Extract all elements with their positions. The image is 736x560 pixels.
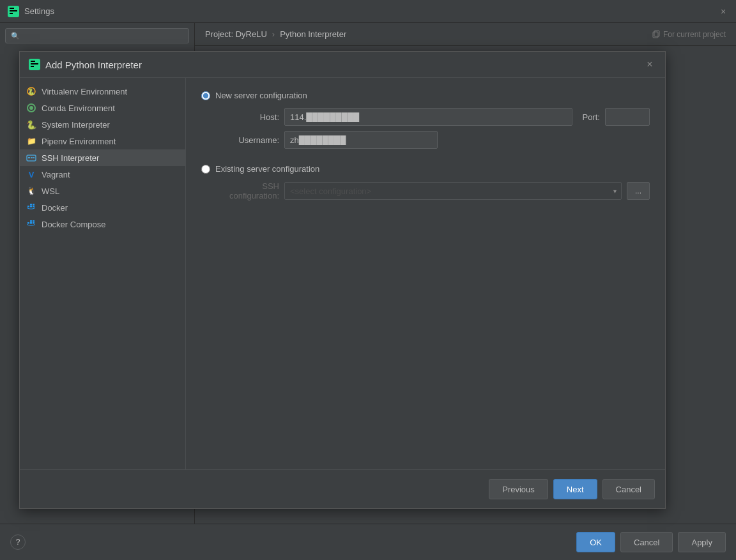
vagrant-icon: V (26, 169, 36, 179)
svg-point-13 (29, 106, 33, 110)
server-config-radio-group: New server configuration Host: Port: 22 … (201, 91, 650, 201)
title-bar: Settings × (0, 0, 736, 23)
existing-server-radio-label[interactable]: Existing server configuration (201, 164, 650, 174)
dialog-interpreter-list: 🐍 Virtualenv Environment Conda Environme… (20, 78, 186, 469)
settings-bottom-bar: ? OK Cancel Apply (0, 524, 736, 560)
vagrant-v-icon: V (29, 170, 34, 179)
new-server-form: Host: Port: 22 Username: (201, 108, 650, 149)
svg-rect-5 (654, 31, 659, 36)
list-item-pipenv[interactable]: 📁 Pipenv Environment (20, 133, 185, 149)
new-server-label: New server configuration (215, 91, 307, 100)
virtualenv-icon: 🐍 (26, 86, 36, 96)
username-input[interactable] (284, 131, 438, 149)
svg-rect-21 (30, 204, 32, 206)
add-python-interpreter-dialog: Add Python Interpreter × 🐍 Virtualenv En… (19, 51, 666, 509)
copy-icon (652, 30, 661, 39)
docker-label: Docker (42, 203, 68, 213)
system-interpreter-label: System Interpreter (42, 120, 110, 130)
dialog-right-content: New server configuration Host: Port: 22 … (186, 78, 665, 469)
new-server-radio[interactable] (201, 91, 210, 100)
window-close-button[interactable]: × (718, 6, 728, 17)
dialog-footer: Previous Next Cancel (20, 469, 665, 508)
breadcrumb-section: Python Interpreter (280, 29, 346, 39)
wsl-icon: 🐧 (26, 186, 36, 196)
dialog-title-icon (29, 59, 40, 70)
dialog-title: Add Python Interpreter (45, 59, 142, 70)
virtualenv-label: Virtualenv Environment (42, 87, 127, 96)
list-item-virtualenv[interactable]: 🐍 Virtualenv Environment (20, 83, 185, 100)
system-interpreter-icon: 🐍 (26, 119, 36, 130)
existing-server-form: SSH configuration: <select configuration… (201, 181, 650, 201)
wsl-label: WSL (42, 186, 59, 196)
svg-rect-17 (33, 157, 34, 158)
existing-server-radio[interactable] (201, 165, 210, 174)
breadcrumb-bar: Project: DyReLU › Python Interpreter For… (195, 23, 736, 46)
ok-button[interactable]: OK (576, 532, 615, 552)
existing-server-option: Existing server configuration SSH config… (201, 164, 650, 201)
list-item-ssh[interactable]: SSH Interpreter (20, 149, 185, 166)
port-input[interactable]: 22 (605, 108, 650, 126)
list-item-conda[interactable]: Conda Environment (20, 100, 185, 116)
settings-cancel-button[interactable]: Cancel (620, 532, 673, 552)
breadcrumb-separator: › (272, 29, 275, 39)
search-input[interactable] (24, 31, 183, 40)
settings-bottom-right: OK Cancel Apply (576, 532, 726, 552)
for-current-project-label: For current project (663, 30, 726, 39)
existing-server-label: Existing server configuration (215, 164, 319, 174)
svg-rect-1 (10, 8, 14, 9)
svg-rect-22 (33, 204, 34, 206)
pycharm-icon (8, 6, 19, 17)
ssh-config-browse-button[interactable]: ... (627, 182, 650, 200)
next-button[interactable]: Next (553, 479, 597, 499)
new-server-option: New server configuration Host: Port: 22 … (201, 91, 650, 149)
svg-text:🐍: 🐍 (27, 87, 36, 96)
list-item-system[interactable]: 🐍 System Interpreter (20, 116, 185, 133)
svg-rect-19 (30, 206, 32, 208)
new-server-radio-label[interactable]: New server configuration (201, 91, 650, 100)
dialog-body: 🐍 Virtualenv Environment Conda Environme… (20, 78, 665, 469)
svg-rect-9 (31, 66, 34, 67)
docker-icon (26, 202, 36, 213)
svg-rect-24 (30, 222, 32, 224)
ssh-label: SSH Interpreter (42, 153, 99, 163)
svg-rect-25 (33, 222, 34, 224)
help-button[interactable]: ? (10, 534, 26, 550)
list-item-wsl[interactable]: 🐧 WSL (20, 183, 185, 199)
pipenv-folder-icon: 📁 (27, 137, 36, 146)
svg-rect-16 (31, 157, 33, 158)
vagrant-label: Vagrant (42, 170, 70, 179)
ssh-config-select[interactable]: <select configuration> (284, 182, 622, 200)
port-label: Port: (578, 112, 600, 122)
list-item-docker[interactable]: Docker (20, 199, 185, 216)
svg-rect-26 (30, 220, 32, 222)
host-label: Host: (215, 112, 279, 122)
svg-rect-18 (27, 206, 29, 208)
pipenv-label: Pipenv Environment (42, 137, 116, 146)
host-input[interactable] (284, 108, 572, 126)
list-item-vagrant[interactable]: V Vagrant (20, 166, 185, 183)
ssh-config-label: SSH configuration: (215, 181, 279, 201)
window-title: Settings (24, 6, 54, 16)
breadcrumb-project: Project: DyReLU (205, 29, 267, 39)
docker-compose-icon (26, 219, 36, 229)
username-label: Username: (215, 135, 279, 145)
svg-rect-27 (33, 220, 34, 222)
pipenv-icon: 📁 (26, 136, 36, 146)
svg-rect-8 (31, 63, 38, 64)
conda-label: Conda Environment (42, 103, 115, 113)
docker-compose-label: Docker Compose (42, 220, 105, 229)
svg-rect-23 (27, 222, 29, 224)
conda-icon (26, 103, 36, 113)
list-item-docker-compose[interactable]: Docker Compose (20, 216, 185, 232)
dialog-cancel-button[interactable]: Cancel (602, 479, 655, 499)
apply-button[interactable]: Apply (678, 532, 726, 552)
ssh-config-select-wrapper: <select configuration> (284, 182, 622, 200)
svg-rect-2 (10, 10, 17, 11)
svg-rect-15 (28, 157, 30, 158)
search-box[interactable]: 🔍 (5, 28, 189, 43)
dialog-header: Add Python Interpreter × (20, 52, 665, 78)
dialog-close-button[interactable]: × (643, 58, 656, 71)
previous-button[interactable]: Previous (489, 479, 548, 499)
title-bar-left: Settings (8, 6, 54, 17)
for-current-project: For current project (652, 30, 726, 39)
